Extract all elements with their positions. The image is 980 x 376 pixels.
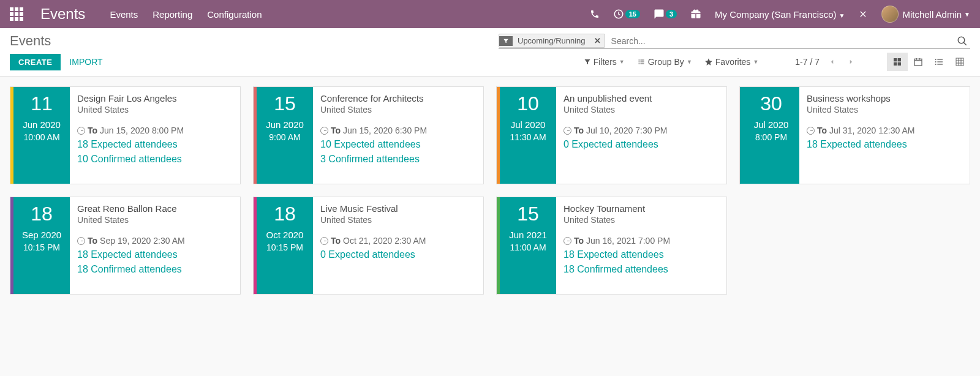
event-card[interactable]: 15 Jun 2021 11:00 AM Hockey Tournament U… bbox=[496, 197, 727, 295]
card-day: 18 bbox=[31, 203, 53, 225]
card-time: 11:00 AM bbox=[510, 243, 546, 252]
user-menu[interactable]: Mitchell Admin▼ bbox=[881, 6, 970, 23]
chat-icon[interactable]: 3 bbox=[654, 9, 677, 20]
expected-attendees-link[interactable]: 18 Expected attendees bbox=[807, 139, 962, 150]
phone-icon[interactable] bbox=[590, 9, 600, 19]
card-month: Jun 2020 bbox=[266, 119, 304, 130]
list-view-icon[interactable] bbox=[929, 53, 949, 71]
card-day: 30 bbox=[760, 93, 782, 115]
filters-dropdown[interactable]: Filters▼ bbox=[584, 57, 625, 67]
clock-icon bbox=[77, 127, 85, 135]
search-input[interactable] bbox=[609, 34, 954, 48]
groupby-dropdown[interactable]: Group By▼ bbox=[637, 57, 692, 67]
card-title: Conference for Architects bbox=[320, 93, 476, 103]
svg-point-11 bbox=[935, 64, 937, 65]
remove-facet-icon[interactable]: ✕ bbox=[590, 34, 605, 47]
event-card[interactable]: 30 Jul 2020 8:00 PM Business workshops U… bbox=[739, 86, 970, 184]
card-location: United States bbox=[564, 215, 719, 225]
pager-next-icon[interactable] bbox=[845, 55, 856, 69]
svg-rect-6 bbox=[914, 59, 922, 66]
card-time: 11:30 AM bbox=[510, 132, 546, 142]
confirmed-attendees-link[interactable]: 18 Confirmed attendees bbox=[77, 264, 233, 275]
card-location: United States bbox=[807, 105, 962, 115]
card-end-date: To Jun 15, 2020 8:00 PM bbox=[77, 126, 233, 135]
svg-rect-13 bbox=[956, 58, 963, 66]
expected-attendees-link[interactable]: 0 Expected attendees bbox=[564, 139, 719, 150]
card-title: Great Reno Ballon Race bbox=[77, 203, 233, 214]
clock-icon bbox=[320, 127, 328, 135]
activity-icon[interactable]: 15 bbox=[613, 9, 640, 20]
expected-attendees-link[interactable]: 18 Expected attendees bbox=[77, 139, 233, 150]
favorites-dropdown[interactable]: Favorites▼ bbox=[704, 57, 759, 67]
card-location: United States bbox=[320, 215, 476, 225]
svg-point-9 bbox=[935, 61, 937, 62]
card-location: United States bbox=[77, 105, 233, 115]
top-nav: Events Reporting Configuration bbox=[110, 9, 262, 20]
card-date-box: 18 Oct 2020 10:15 PM bbox=[257, 197, 313, 294]
nav-reporting[interactable]: Reporting bbox=[153, 9, 192, 20]
event-card[interactable]: 18 Oct 2020 10:15 PM Live Music Festival… bbox=[253, 197, 484, 295]
card-time: 10:15 PM bbox=[266, 243, 303, 252]
card-title: Business workshops bbox=[807, 93, 962, 103]
card-day: 15 bbox=[517, 203, 539, 225]
avatar bbox=[881, 6, 899, 23]
breadcrumb: Events bbox=[10, 33, 51, 49]
search-box[interactable]: Upcoming/Running ✕ bbox=[499, 34, 970, 49]
expected-attendees-link[interactable]: 18 Expected attendees bbox=[564, 249, 719, 260]
kanban-view-icon[interactable] bbox=[887, 53, 908, 71]
company-selector[interactable]: My Company (San Francisco)▼ bbox=[715, 9, 845, 20]
topbar: Events Events Reporting Configuration 15… bbox=[0, 0, 980, 28]
clock-icon bbox=[77, 237, 85, 245]
create-button[interactable]: CREATE bbox=[10, 54, 61, 70]
import-button[interactable]: IMPORT bbox=[69, 57, 102, 67]
topbar-right: 15 3 My Company (San Francisco)▼ Mitchel… bbox=[590, 6, 970, 23]
card-title: Live Music Festival bbox=[320, 203, 476, 214]
search-icon[interactable] bbox=[954, 36, 970, 47]
event-card[interactable]: 15 Jun 2020 9:00 AM Conference for Archi… bbox=[253, 86, 484, 184]
apps-icon[interactable] bbox=[10, 7, 23, 21]
calendar-view-icon[interactable] bbox=[908, 53, 929, 71]
card-date-box: 30 Jul 2020 8:00 PM bbox=[743, 87, 799, 184]
expected-attendees-link[interactable]: 18 Expected attendees bbox=[77, 249, 233, 260]
card-end-date: To Jun 15, 2020 6:30 PM bbox=[320, 126, 476, 135]
pivot-view-icon[interactable] bbox=[949, 53, 970, 71]
event-card[interactable]: 11 Jun 2020 10:00 AM Design Fair Los Ang… bbox=[10, 86, 241, 184]
event-card[interactable]: 10 Jul 2020 11:30 AM An unpublished even… bbox=[496, 86, 727, 184]
card-end-date: To Jul 10, 2020 7:30 PM bbox=[564, 126, 719, 135]
activity-badge: 15 bbox=[625, 10, 640, 18]
card-time: 9:00 AM bbox=[269, 132, 300, 142]
card-end-date: To Oct 21, 2020 2:30 AM bbox=[320, 236, 476, 246]
confirmed-attendees-link[interactable]: 18 Confirmed attendees bbox=[564, 264, 719, 275]
card-month: Jun 2020 bbox=[23, 119, 61, 130]
app-title: Events bbox=[40, 6, 85, 23]
confirmed-attendees-link[interactable]: 10 Confirmed attendees bbox=[77, 154, 233, 165]
nav-configuration[interactable]: Configuration bbox=[207, 9, 262, 20]
event-card[interactable]: 18 Sep 2020 10:15 PM Great Reno Ballon R… bbox=[10, 197, 241, 295]
card-date-box: 11 Jun 2020 10:00 AM bbox=[13, 87, 70, 184]
clock-icon bbox=[807, 127, 815, 135]
card-day: 15 bbox=[274, 93, 296, 115]
card-body: An unpublished event United States To Ju… bbox=[556, 87, 726, 184]
card-title: Hockey Tournament bbox=[564, 203, 719, 214]
card-day: 11 bbox=[31, 93, 53, 115]
clock-icon bbox=[564, 127, 571, 135]
debug-icon[interactable] bbox=[858, 9, 868, 19]
gift-icon[interactable] bbox=[690, 9, 701, 20]
pager-prev-icon[interactable] bbox=[827, 55, 838, 69]
expected-attendees-link[interactable]: 10 Expected attendees bbox=[320, 139, 476, 150]
card-location: United States bbox=[564, 105, 719, 115]
confirmed-attendees-link[interactable]: 3 Confirmed attendees bbox=[320, 154, 476, 165]
filter-icon bbox=[499, 36, 513, 46]
card-end-date: To Jul 31, 2020 12:30 AM bbox=[807, 126, 962, 135]
expected-attendees-link[interactable]: 0 Expected attendees bbox=[320, 249, 476, 260]
card-day: 18 bbox=[274, 203, 296, 225]
nav-events[interactable]: Events bbox=[110, 9, 138, 20]
control-panel: Events Upcoming/Running ✕ CREATE IMPORT … bbox=[0, 28, 980, 77]
card-body: Live Music Festival United States To Oct… bbox=[313, 197, 483, 294]
card-month: Jul 2020 bbox=[511, 119, 546, 130]
svg-rect-3 bbox=[898, 58, 901, 61]
card-date-box: 15 Jun 2020 9:00 AM bbox=[257, 87, 313, 184]
svg-rect-10 bbox=[937, 61, 943, 62]
svg-point-7 bbox=[935, 59, 937, 60]
svg-rect-12 bbox=[937, 64, 943, 64]
